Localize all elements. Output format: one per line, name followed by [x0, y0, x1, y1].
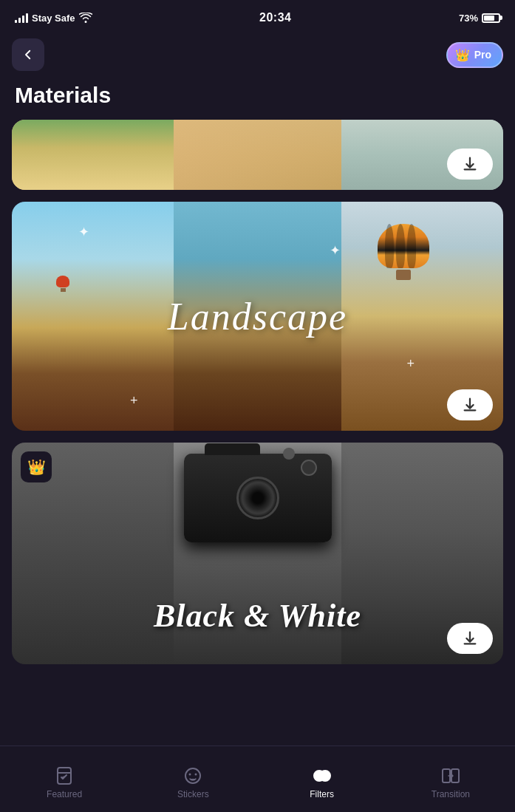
transition-label: Transition [432, 789, 470, 799]
svg-point-1 [185, 768, 200, 783]
card-portrait[interactable] [12, 120, 503, 190]
bottom-nav: Featured Stickers Filters [0, 746, 515, 812]
bw-label: Black & White [154, 597, 361, 635]
status-right: 73% [459, 13, 500, 24]
status-bar: Stay Safe 20:34 73% [0, 0, 515, 33]
status-left: Stay Safe [15, 13, 92, 24]
nav-stickers[interactable]: Stickers [129, 760, 257, 799]
download-button-2[interactable] [447, 389, 493, 420]
battery-icon [482, 13, 500, 23]
svg-rect-0 [58, 768, 71, 784]
pro-badge[interactable]: 👑 Pro [446, 42, 503, 68]
card-landscape[interactable]: ✦ ✦ + + Landscape [12, 202, 503, 431]
card-2-overlay: Landscape [12, 202, 503, 431]
crown-icon: 👑 [455, 48, 470, 62]
nav-transition[interactable]: Transition [386, 760, 515, 799]
stickers-label: Stickers [177, 789, 209, 799]
top-nav: 👑 Pro [0, 33, 515, 74]
page-title: Materials [0, 74, 515, 120]
content-area: ✦ ✦ + + Landscape [0, 120, 515, 738]
svg-point-3 [195, 773, 197, 775]
back-button[interactable] [12, 38, 44, 71]
filters-icon [312, 765, 332, 786]
featured-label: Featured [47, 789, 82, 799]
pro-icon: 👑 [21, 451, 52, 482]
time-label: 20:34 [259, 11, 291, 24]
download-button-1[interactable] [447, 149, 493, 180]
landscape-label: Landscape [168, 295, 347, 338]
signal-icon [15, 13, 28, 23]
filters-label: Filters [310, 789, 334, 799]
transition-icon [440, 765, 461, 786]
nav-filters[interactable]: Filters [258, 760, 386, 799]
download-button-3[interactable] [447, 623, 493, 654]
bookmark-icon [54, 765, 75, 786]
pro-label: Pro [474, 49, 491, 61]
card-bw[interactable]: 👑 Black & White [12, 443, 503, 664]
camera-visual [177, 454, 339, 561]
card-1-background [12, 120, 503, 190]
sticker-icon [183, 765, 203, 786]
nav-featured[interactable]: Featured [0, 760, 129, 799]
svg-point-2 [189, 773, 191, 775]
wifi-icon [79, 13, 92, 23]
carrier-label: Stay Safe [32, 13, 75, 24]
battery-percent: 73% [459, 13, 478, 24]
